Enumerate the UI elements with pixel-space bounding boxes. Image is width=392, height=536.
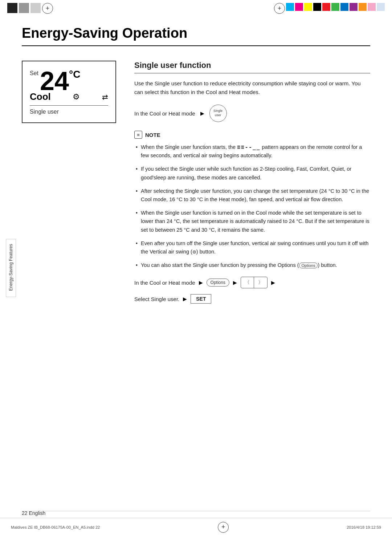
single-user-button-icon: Singleuser [209,105,227,122]
instruction-row-2: Select Single user. ▶ SET [134,294,370,304]
color-red [322,3,330,11]
color-orange [359,3,367,11]
options-button[interactable]: Options [207,279,229,287]
set-button[interactable]: SET [191,294,211,304]
arrow-icon-2: ▶ [199,280,203,285]
note-item-4: When the Single user function is turned … [134,209,370,234]
instruction-row-1: In the Cool or Heat mode ▶ Options ▶ 〈 〉… [134,277,370,288]
color-lightblue [377,3,385,11]
color-blue [340,3,348,11]
temp-number: 24 [40,68,69,94]
color-green [331,3,339,11]
single-user-label: Single user [30,109,108,115]
note-item-2: If you select the Single user while such… [134,165,370,182]
color-magenta [295,3,303,11]
crop-block-3 [30,3,41,13]
arrow-icon-4: ▶ [271,280,275,285]
note-icon: ≡ [134,131,142,139]
bottom-date-text: 2016/4/18 19:12:59 [347,525,381,529]
color-pink [368,3,376,11]
page-divider [22,511,370,511]
crop-block-2 [19,3,29,13]
mode-label: Cool [30,91,51,102]
note-header: ≡ NOTE [134,131,370,139]
degree-symbol: °C [69,69,80,80]
page-content: Energy-Saving Operation Set 24 °C Cool ⚙… [22,25,370,304]
arrow-icon-3: ▶ [233,280,237,285]
section-title: Single user function [134,61,370,73]
side-tab-label: Energy-Saving Features [8,244,13,291]
page-title: Energy-Saving Operation [22,25,370,46]
color-yellow [304,3,312,11]
note-label: NOTE [145,132,160,138]
reg-mark-bottom [218,522,229,533]
intro-text: Use the Single user function to reduce e… [134,79,370,97]
instruction1-mode-text: In the Cool or Heat mode [134,280,195,286]
right-column: Single user function Use the Single user… [134,61,370,304]
page-number: 22 English [22,510,45,516]
side-tab: Energy-Saving Features [6,239,16,297]
two-column-layout: Set 24 °C Cool ⚙ ⇄ Single user Single us… [22,61,370,304]
note-item-1: When the Single user function starts, th… [134,143,370,160]
nav-buttons: 〈 〉 [241,277,268,288]
color-black [313,3,321,11]
options-btn-inline: Options [299,263,318,268]
swing-btn-icon: ⊜ [192,249,196,255]
pattern-text: ≡≡--__ [237,144,260,150]
crop-marks-top [0,0,392,22]
crop-block-1 [7,3,17,13]
mode-instruction-text: In the Cool or Heat mode [134,110,195,117]
note-box: ≡ NOTE When the Single user function sta… [134,131,370,269]
page-number-text: 22 English [22,510,45,516]
mode-instruction-1: In the Cool or Heat mode ▶ Singleuser [134,105,370,122]
display-box: Set 24 °C Cool ⚙ ⇄ Single user [22,61,116,123]
display-divider [30,105,108,106]
fan-icon: ⚙ [73,92,80,102]
color-cyan [286,3,294,11]
bottom-bar: Maldives ZE IB_DB68-06175A-00_EN_A5.indd… [0,518,392,536]
set-row: Set 24 °C [30,68,108,94]
nav-right-button[interactable]: 〉 [254,277,267,288]
crop-left [7,3,53,14]
arrow-icon-5: ▶ [183,296,187,302]
left-column: Set 24 °C Cool ⚙ ⇄ Single user [22,61,116,127]
note-list: When the Single user function starts, th… [134,143,370,269]
temperature-display: 24 °C [40,68,81,94]
swing-icon: ⇄ [102,93,108,101]
reg-mark-right [274,3,285,14]
select-text: Select Single user. [134,296,179,302]
note-item-5: Even after you turn off the Single user … [134,239,370,256]
crop-right [274,3,385,14]
nav-left-button[interactable]: 〈 [241,277,254,288]
arrow-icon-1: ▶ [200,110,204,116]
bottom-file-text: Maldives ZE IB_DB68-06175A-00_EN_A5.indd… [11,525,100,529]
note-item-3: After selecting the Single user function… [134,187,370,204]
set-label: Set [30,70,38,77]
reg-mark-center [42,3,53,14]
note-item-6: You can also start the Single user funct… [134,261,370,269]
color-purple [350,3,358,11]
